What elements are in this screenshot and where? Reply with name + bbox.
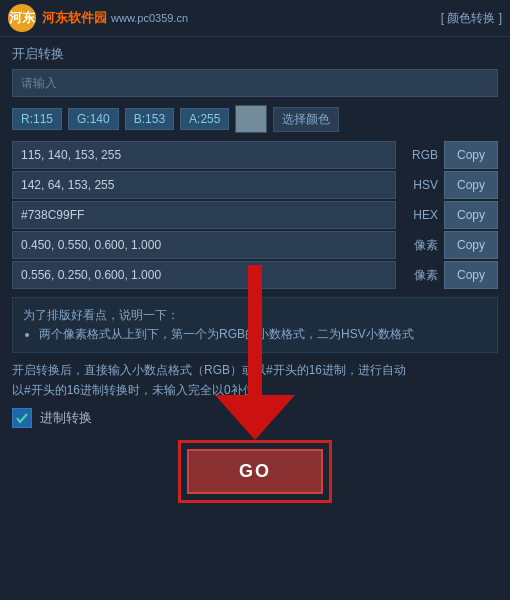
pixel2-label: 像素 <box>402 267 438 284</box>
copy-hsv-button[interactable]: Copy <box>444 171 498 199</box>
checkbox-icon[interactable] <box>12 408 32 428</box>
pixel1-label: 像素 <box>402 237 438 254</box>
description-box: 为了排版好看点，说明一下： 两个像素格式从上到下，第一个为RGB的小数格式，二为… <box>12 297 498 353</box>
copy-pixel1-button[interactable]: Copy <box>444 231 498 259</box>
hsv-value: 142, 64, 153, 255 <box>12 171 396 199</box>
hex-value: #738C99FF <box>12 201 396 229</box>
rgb-value: 115, 140, 153, 255 <box>12 141 396 169</box>
checkmark-icon <box>15 411 29 425</box>
rgba-row: R:115 G:140 B:153 A:255 选择颜色 <box>12 105 498 133</box>
desc-intro: 为了排版好看点，说明一下： <box>23 306 487 325</box>
hex-label: HEX <box>402 208 438 222</box>
copy-hex-button[interactable]: Copy <box>444 201 498 229</box>
desc-bullet: 两个像素格式从上到下，第一个为RGB的小数格式，二为HSV小数格式 <box>39 325 487 344</box>
checkbox-label: 进制转换 <box>40 409 92 427</box>
choose-color-button[interactable]: 选择颜色 <box>273 107 339 132</box>
main-input[interactable]: 请输入 <box>12 69 498 97</box>
a-chip: A:255 <box>180 108 229 130</box>
table-row: #738C99FF HEX Copy <box>12 201 498 229</box>
table-row: 115, 140, 153, 255 RGB Copy <box>12 141 498 169</box>
pixel1-value: 0.450, 0.550, 0.600, 1.000 <box>12 231 396 259</box>
site-name: 河东软件园 <box>42 9 107 27</box>
r-chip: R:115 <box>12 108 62 130</box>
input-row: 请输入 <box>12 69 498 97</box>
main-content: 开启转换 请输入 R:115 G:140 B:153 A:255 选择颜色 11… <box>0 37 510 511</box>
window-title: [ 颜色转换 ] <box>441 10 502 27</box>
color-swatch <box>235 105 267 133</box>
hsv-label: HSV <box>402 178 438 192</box>
copy-pixel2-button[interactable]: Copy <box>444 261 498 289</box>
site-url: www.pc0359.cn <box>111 12 188 24</box>
checkbox-row: 进制转换 <box>12 408 498 428</box>
pixel2-value: 0.556, 0.250, 0.600, 1.000 <box>12 261 396 289</box>
data-rows-section: 115, 140, 153, 255 RGB Copy 142, 64, 153… <box>12 141 498 289</box>
title-bar: 河东 河东软件园 www.pc0359.cn [ 颜色转换 ] <box>0 0 510 37</box>
g-chip: G:140 <box>68 108 119 130</box>
table-row: 142, 64, 153, 255 HSV Copy <box>12 171 498 199</box>
rgb-label: RGB <box>402 148 438 162</box>
b-chip: B:153 <box>125 108 174 130</box>
go-button[interactable]: GO <box>187 449 323 494</box>
logo: 河东 <box>8 4 36 32</box>
table-row: 0.450, 0.550, 0.600, 1.000 像素 Copy <box>12 231 498 259</box>
go-button-highlight: GO <box>178 440 332 503</box>
enable-toggle-label: 开启转换 <box>12 45 498 63</box>
desc-detail: 开启转换后，直接输入小数点格式（RGB）或以#开头的16进制，进行自动 以#开头… <box>12 361 498 399</box>
table-row: 0.556, 0.250, 0.600, 1.000 像素 Copy <box>12 261 498 289</box>
go-area: GO <box>12 440 498 503</box>
copy-rgb-button[interactable]: Copy <box>444 141 498 169</box>
